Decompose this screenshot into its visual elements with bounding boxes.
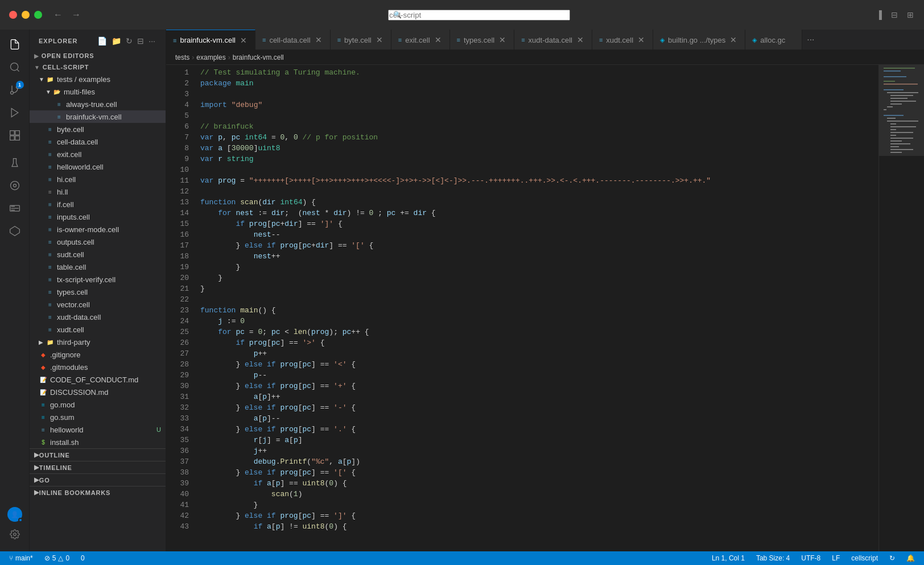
tab-size-indicator[interactable]: Tab Size: 4: [754, 551, 792, 565]
third-party-folder[interactable]: ▶ 📁 third-party: [30, 336, 166, 348]
tab-cell-data[interactable]: ≡ cell-data.cell ✕: [255, 30, 331, 50]
tab-more-button[interactable]: ···: [802, 30, 819, 50]
folder-icon: 📂: [52, 87, 61, 96]
tab-byte[interactable]: ≡ byte.cell ✕: [331, 30, 391, 50]
new-file-button[interactable]: 📄: [96, 35, 108, 47]
inputs-file[interactable]: ≡ inputs.cell: [30, 211, 166, 223]
docker-icon[interactable]: [5, 198, 25, 218]
maximize-button[interactable]: [34, 11, 42, 19]
table-file[interactable]: ≡ table.cell: [30, 261, 166, 273]
more-button[interactable]: ···: [147, 35, 156, 47]
user-avatar[interactable]: 👤: [7, 507, 22, 522]
is-owner-file[interactable]: ≡ is-owner-mode.cell: [30, 223, 166, 236]
search-icon[interactable]: [5, 57, 25, 77]
go-section[interactable]: ▶ GO: [30, 473, 166, 486]
line-ending-indicator[interactable]: LF: [830, 551, 842, 565]
language-indicator[interactable]: cellscript: [849, 551, 880, 565]
exit-file[interactable]: ≡ exit.cell: [30, 148, 166, 160]
breadcrumb-examples[interactable]: examples: [196, 53, 225, 61]
go-sum-file[interactable]: ≡ go.sum: [30, 411, 166, 423]
xudt-data-file[interactable]: ≡ xudt-data.cell: [30, 311, 166, 323]
notifications-button[interactable]: 🔔: [904, 551, 917, 565]
tx-script-file[interactable]: ≡ tx-script-verify.cell: [30, 273, 166, 286]
tab-close-button[interactable]: ✕: [498, 34, 507, 46]
hi-ll-file[interactable]: ≡ hi.ll: [30, 185, 166, 198]
outputs-file[interactable]: ≡ outputs.cell: [30, 236, 166, 248]
run-debug-icon[interactable]: [5, 102, 25, 123]
sync-button[interactable]: ↻: [887, 551, 897, 565]
tab-close-button[interactable]: ✕: [434, 34, 443, 46]
install-sh-file[interactable]: $ install.sh: [30, 436, 166, 448]
tab-close-button[interactable]: ✕: [375, 34, 384, 46]
cell-script-section[interactable]: ▼ CELL-SCRIPT: [30, 61, 166, 73]
source-control-icon[interactable]: [5, 80, 25, 100]
minimize-button[interactable]: [22, 11, 30, 19]
go-mod-file[interactable]: ≡ go.mod: [30, 398, 166, 411]
info-indicator[interactable]: 0: [79, 551, 87, 565]
cell-data-file[interactable]: ≡ cell-data.cell: [30, 135, 166, 148]
tab-alloc-gc[interactable]: ◈ alloc.gc: [745, 30, 802, 50]
timeline-section[interactable]: ▶ TIMELINE: [30, 461, 166, 473]
tab-brainfuck-vm[interactable]: ≡ brainfuck-vm.cell ✕: [166, 30, 255, 50]
new-folder-button[interactable]: 📁: [110, 35, 122, 47]
helloworld-file[interactable]: ≡ helloworld U: [30, 423, 166, 436]
sidebar-toggle-button[interactable]: ▐: [875, 9, 883, 20]
open-editors-label: OPEN EDITORS: [42, 52, 94, 59]
discussion-file[interactable]: 📝 DISCUSSION.md: [30, 386, 166, 398]
nav-back-button[interactable]: ←: [51, 9, 65, 21]
git-branch-icon: ⑂: [9, 554, 13, 562]
cursor-position[interactable]: Ln 1, Col 1: [710, 551, 747, 565]
errors-indicator[interactable]: ⊘ 5 △ 0: [42, 551, 72, 565]
gitbook-icon[interactable]: [5, 175, 25, 196]
open-editors-section[interactable]: ▶ OPEN EDITORS: [30, 50, 166, 61]
split-editor-button[interactable]: ⊞: [906, 9, 915, 20]
layout-button[interactable]: ⊟: [890, 9, 899, 20]
inline-bookmarks-section[interactable]: ▶ INLINE BOOKMARKS: [30, 486, 166, 498]
types-file[interactable]: ≡ types.cell: [30, 286, 166, 298]
tab-close-button[interactable]: ✕: [239, 35, 248, 46]
collapse-button[interactable]: ⊟: [136, 35, 145, 47]
line-number: 28: [166, 359, 189, 370]
sudt-file[interactable]: ≡ sudt.cell: [30, 248, 166, 261]
code-of-conduct-file[interactable]: 📝 CODE_OF_CONDUCT.md: [30, 373, 166, 386]
search-input[interactable]: [388, 10, 570, 20]
always-true-file[interactable]: ≡ always-true.cell: [30, 98, 166, 110]
tab-close-button[interactable]: ✕: [729, 34, 738, 46]
helloworld-cell-file[interactable]: ≡ helloworld.cell: [30, 160, 166, 173]
tab-xudt-data[interactable]: ≡ xudt-data.cell ✕: [514, 30, 592, 50]
tab-types[interactable]: ≡ types.cell ✕: [450, 30, 515, 50]
encoding-indicator[interactable]: UTF-8: [799, 551, 823, 565]
tab-exit[interactable]: ≡ exit.cell ✕: [391, 30, 450, 50]
gitmodules-file[interactable]: ◆ .gitmodules: [30, 361, 166, 373]
branch-name: main*: [15, 554, 33, 562]
line-number: 42: [166, 510, 189, 521]
code-content[interactable]: // Test simulating a Turing machine. pac…: [196, 65, 878, 551]
refresh-button[interactable]: ↻: [125, 35, 134, 47]
nav-forward-button[interactable]: →: [69, 9, 83, 21]
vector-file[interactable]: ≡ vector.cell: [30, 298, 166, 311]
gitignore-file[interactable]: ◆ .gitignore: [30, 348, 166, 361]
outline-section[interactable]: ▶ OUTLINE: [30, 448, 166, 461]
tab-builtin-go[interactable]: ◈ builtin.go .../types ✕: [653, 30, 745, 50]
flask-icon[interactable]: [5, 152, 25, 173]
remote-icon[interactable]: [5, 221, 25, 241]
byte-file[interactable]: ≡ byte.cell: [30, 123, 166, 135]
if-cell-file[interactable]: ≡ if.cell: [30, 198, 166, 211]
tests-examples-folder[interactable]: ▼ 📁 tests / examples: [30, 73, 166, 85]
tab-xudt[interactable]: ≡ xudt.cell ✕: [592, 30, 653, 50]
hi-cell-file[interactable]: ≡ hi.cell: [30, 173, 166, 185]
tab-close-button[interactable]: ✕: [314, 34, 323, 46]
multi-files-folder[interactable]: ▼ 📂 multi-files: [30, 85, 166, 98]
brainfuck-vm-file[interactable]: ≡ brainfuck-vm.cell: [30, 110, 166, 123]
files-icon[interactable]: [5, 34, 25, 55]
branch-indicator[interactable]: ⑂ main*: [7, 551, 35, 565]
tab-close-button[interactable]: ✕: [637, 34, 646, 46]
breadcrumb-file[interactable]: brainfuck-vm.cell: [233, 53, 284, 61]
settings-icon[interactable]: [5, 524, 25, 545]
close-button[interactable]: [9, 11, 17, 19]
tab-close-button[interactable]: ✕: [576, 34, 585, 46]
breadcrumb-tests[interactable]: tests: [175, 53, 189, 61]
xudt-file[interactable]: ≡ xudt.cell: [30, 323, 166, 336]
extensions-icon[interactable]: [5, 125, 25, 146]
warning-count: 0: [65, 554, 69, 562]
